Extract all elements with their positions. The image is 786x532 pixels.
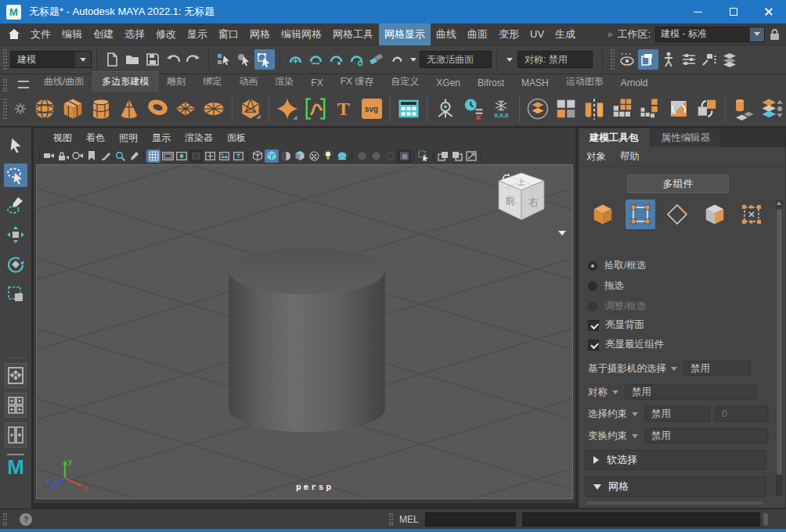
help-icon[interactable]: ? xyxy=(20,513,32,526)
snap-options-dropdown-icon[interactable] xyxy=(410,58,416,62)
shelf-grip[interactable] xyxy=(3,79,7,92)
scrollbar-thumb[interactable] xyxy=(777,209,782,475)
shelf-tab-sculpting[interactable]: 雕刻 xyxy=(158,72,194,92)
viewcube-menu-chevron-icon[interactable] xyxy=(558,231,566,235)
symmetry-value-field[interactable]: 禁用 xyxy=(625,384,756,400)
poly-disc-icon[interactable] xyxy=(200,95,227,122)
menu-modify[interactable]: 修改 xyxy=(150,23,182,45)
multi-component-button[interactable]: 多组件 xyxy=(627,174,729,193)
resolution-gate-icon[interactable] xyxy=(175,149,189,163)
wireframe-mode-icon[interactable] xyxy=(251,149,265,163)
make-live-button[interactable] xyxy=(366,49,387,70)
smooth-shade-mode-icon[interactable] xyxy=(265,149,279,163)
smooth-mesh-icon[interactable] xyxy=(525,95,551,122)
scroll-up-icon[interactable] xyxy=(777,201,781,205)
poly-torus-icon[interactable] xyxy=(144,95,171,122)
vp-menu-panels[interactable]: 面板 xyxy=(220,128,253,148)
plane2d-mode-icon[interactable] xyxy=(397,149,411,163)
bookmark-icon[interactable] xyxy=(85,149,99,163)
modeling-toolkit-toggle[interactable] xyxy=(638,49,658,70)
poly-sphere-icon[interactable] xyxy=(31,95,58,122)
snap-to-plane-button[interactable] xyxy=(346,49,366,70)
edge-mode-button[interactable] xyxy=(662,200,692,229)
menu-set-dropdown-icon[interactable] xyxy=(75,52,91,67)
camera-based-dropdown-icon[interactable] xyxy=(671,367,677,371)
quad-layout-icon[interactable] xyxy=(553,95,579,122)
select-object-button[interactable] xyxy=(234,49,254,70)
selection-constraint-dropdown-icon[interactable] xyxy=(632,412,638,416)
menu-file[interactable]: 文件 xyxy=(25,23,56,45)
menu-surfaces[interactable]: 曲面 xyxy=(462,23,493,45)
selection-highlight-icon[interactable] xyxy=(416,149,431,163)
type-tool-icon[interactable]: T xyxy=(330,95,357,122)
selection-constraint-count-field[interactable]: 0 xyxy=(715,406,768,422)
combine-mesh-icon[interactable] xyxy=(609,95,636,122)
new-scene-button[interactable] xyxy=(102,49,122,70)
menu-mesh[interactable]: 网格 xyxy=(244,23,276,45)
titlebar[interactable]: M 无标题* - Autodesk MAYA 2022.1: 无标题 xyxy=(0,0,786,23)
layout-four-pane-button[interactable] xyxy=(5,393,27,418)
toolbar-separator[interactable] xyxy=(602,49,603,70)
menu-generate[interactable]: 生成 xyxy=(550,23,581,45)
pick-marquee-radio[interactable] xyxy=(588,261,597,271)
sweep-mesh-icon[interactable] xyxy=(274,95,301,122)
vp-menu-view[interactable]: 视图 xyxy=(46,128,79,148)
redo-button[interactable] xyxy=(183,49,204,70)
hud-toggle-icon[interactable] xyxy=(231,149,245,163)
menu-mesh-tools[interactable]: 网格工具 xyxy=(327,23,379,45)
shelf-tab-curves-surfaces[interactable]: 曲线/曲面 xyxy=(35,72,92,92)
transform-constraint-dropdown-icon[interactable] xyxy=(632,434,638,438)
shelf-tab-rendering[interactable]: 渲染 xyxy=(266,72,302,92)
textured-mode-icon[interactable] xyxy=(279,149,293,163)
active-surface-field[interactable]: 无激活曲面 xyxy=(420,51,492,68)
menu-set-dropdown[interactable]: 建模 xyxy=(10,51,92,68)
select-hierarchy-button[interactable] xyxy=(214,49,234,70)
shelf-tab-custom[interactable]: 自定义 xyxy=(382,72,427,92)
grid-toggle-icon[interactable] xyxy=(146,149,160,163)
lights-toggle-icon[interactable] xyxy=(321,149,335,163)
vp-menu-renderer[interactable]: 渲染器 xyxy=(178,128,220,148)
vp-menu-show[interactable]: 显示 xyxy=(145,128,178,148)
toolbar-separator[interactable] xyxy=(208,49,209,70)
highlight-backfaces-checkbox[interactable] xyxy=(588,320,599,331)
modeling-table-icon[interactable] xyxy=(395,95,422,122)
maximize-button[interactable] xyxy=(716,0,751,23)
maya-logo[interactable]: M xyxy=(7,454,24,477)
vertex-mode-button[interactable] xyxy=(626,200,655,229)
snap-magnet-button[interactable] xyxy=(387,49,407,70)
tool-settings-icon[interactable] xyxy=(699,49,719,70)
mel-command-input[interactable] xyxy=(425,512,516,527)
image-plane-icon[interactable] xyxy=(217,149,231,163)
drag-radio[interactable] xyxy=(588,282,597,291)
lasso-tool[interactable] xyxy=(4,164,27,187)
camera-attributes-icon[interactable] xyxy=(70,149,85,163)
menu-mesh-display[interactable]: 网格显示 xyxy=(379,23,431,45)
layout-single-pane-button[interactable] xyxy=(5,363,27,388)
toolbar-grip[interactable] xyxy=(611,49,615,70)
command-feedback-field[interactable] xyxy=(522,512,760,527)
curve-tool-icon[interactable] xyxy=(302,95,329,122)
toolbar-separator[interactable] xyxy=(279,49,280,70)
shelf-menu-icon[interactable] xyxy=(18,81,29,88)
transform-constraint-value-field[interactable]: 禁用 xyxy=(644,428,768,444)
zoom-region-icon[interactable] xyxy=(113,149,127,163)
isolate-select-icon[interactable] xyxy=(436,149,450,163)
extrude-icon[interactable] xyxy=(730,95,757,122)
menu-edit-mesh[interactable]: 编辑网格 xyxy=(276,23,327,45)
rotate-tool[interactable] xyxy=(4,253,27,276)
use-default-material-icon[interactable] xyxy=(307,149,321,163)
symmetry-field[interactable]: 对称: 禁用 xyxy=(517,51,593,68)
snap-to-grid-button[interactable] xyxy=(285,49,305,70)
boolean-difference-icon[interactable] xyxy=(694,95,720,122)
shelf-tab-animation[interactable]: 动画 xyxy=(230,72,266,92)
shelf-tab-bifrost[interactable]: Bifrost xyxy=(469,74,513,92)
shelf-tab-xgen[interactable]: XGen xyxy=(427,74,469,92)
minimize-button[interactable] xyxy=(680,0,716,23)
shelf-tab-mash[interactable]: MASH xyxy=(513,74,557,92)
select-tool[interactable] xyxy=(4,134,27,157)
snap-to-point-button[interactable] xyxy=(326,49,346,70)
toolkit-menu-object[interactable]: 对象 xyxy=(586,147,614,167)
menu-uv[interactable]: UV xyxy=(525,24,550,44)
mel-label[interactable]: MEL xyxy=(399,514,419,525)
svg-tool-icon[interactable]: svg xyxy=(359,95,385,122)
